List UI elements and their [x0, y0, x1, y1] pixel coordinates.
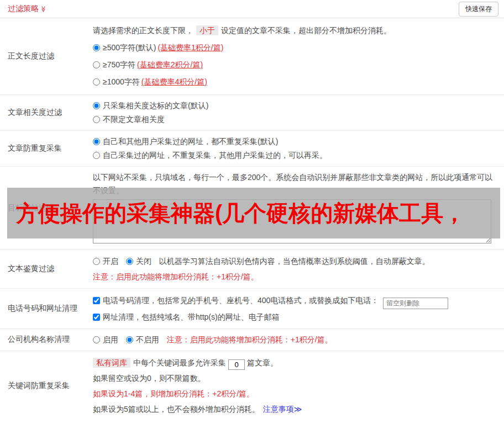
keyword-limit-mid: 中每个关键词最多允许采集 — [133, 358, 226, 367]
phone-url-clean-label: 电话号码和网址清理 — [0, 289, 93, 328]
company-off-radio[interactable] — [126, 336, 133, 343]
company-on-label: 启用 — [103, 335, 118, 344]
keyword-note-free: 如果设为5篇或以上，也不会额外增加积分消耗。 — [93, 405, 260, 414]
replacement-phone-input[interactable] — [383, 298, 448, 309]
porn-option-off[interactable]: 关闭 — [126, 257, 154, 266]
relevance-filter-label: 文章相关度过滤 — [0, 95, 93, 130]
quick-save-button[interactable]: 快速保存 — [459, 2, 498, 17]
phone-clean-option[interactable]: 电话号码清理，包括常见的手机号、座机号、400电话格式，或替换成如下电话： — [93, 296, 381, 305]
watermark-overlay: 方便操作的采集神器(几个硬核的新媒体工具， — [7, 188, 500, 239]
length-500-label: ≥500字符(默认) — [103, 43, 156, 52]
length-option-500[interactable]: ≥500字符(默认)(基础费率1积分/篇) — [93, 39, 500, 56]
url-clean-label: 网址清理，包括纯域名、带http(s)的网址、电子邮箱 — [103, 312, 280, 321]
watermark-text: 方便操作的采集神器(几个硬核的新媒体工具， — [7, 198, 465, 229]
porn-option-on[interactable]: 开启 — [93, 257, 120, 266]
row-relevance-filter: 文章相关度过滤 只采集相关度达标的文章(默认) 不限定文章相关度 — [0, 95, 504, 131]
keyword-limit-line: 私有词库中每个关键词最多允许采集篇文章。 — [93, 355, 500, 370]
phone-clean-line: 电话号码清理，包括常见的手机号、座机号、400电话格式，或替换成如下电话： — [93, 293, 500, 309]
length-500-radio[interactable] — [93, 44, 100, 51]
keyword-limit-input[interactable] — [228, 359, 245, 370]
company-clean-label: 公司机构名称清理 — [0, 329, 93, 351]
porn-filter-note: 注意：启用此功能将增加积分消耗：+1积分/篇。 — [93, 269, 500, 284]
relevance-any-label: 不限定文章相关度 — [103, 115, 165, 124]
row-keyword-dedup: 关键词防重复采集 私有词库中每个关键词最多允许采集篇文章。 如果留空或设为0，则… — [0, 351, 504, 421]
porn-filter-label: 文本鉴黄过滤 — [0, 250, 93, 288]
length-1000-radio[interactable] — [93, 78, 100, 86]
relevance-option-any[interactable]: 不限定文章相关度 — [93, 113, 500, 126]
topbar: 过滤策略 ≫ 快速保存 — [0, 0, 504, 18]
length-option-1000[interactable]: ≥1000字符(基础费率4积分/篇) — [93, 73, 500, 91]
porn-on-label: 开启 — [103, 257, 118, 266]
length-filter-intro: 请选择需求的正文长度下限，小于设定值的文章不采集，超出部分不增加积分消耗。 — [93, 22, 500, 39]
length-filter-label: 正文长度过滤 — [0, 18, 93, 94]
dedup-self-label: 自己采集过的网址，不重复采集，其他用户采集过的，可以再采。 — [103, 151, 327, 160]
keyword-note-free-line: 如果设为5篇或以上，也不会额外增加积分消耗。注意事项≫ — [93, 401, 500, 417]
dedup-option-self[interactable]: 自己采集过的网址，不重复采集，其他用户采集过的，可以再采。 — [93, 149, 500, 162]
row-company-clean: 公司机构名称清理 启用 不启用 注意：启用此功能将增加积分消耗：+1积分/篇。 — [0, 329, 504, 351]
url-clean-option[interactable]: 网址清理，包括纯域名、带http(s)的网址、电子邮箱 — [93, 312, 280, 321]
porn-off-radio[interactable] — [126, 258, 133, 265]
relevance-strict-label: 只采集相关度达标的文章(默认) — [103, 101, 208, 110]
intro-highlight: 小于 — [196, 25, 218, 35]
relevance-strict-radio[interactable] — [93, 102, 100, 109]
keyword-dedup-label: 关键词防重复采集 — [0, 351, 93, 421]
dedup-global-radio[interactable] — [93, 138, 100, 145]
row-dedup-filter: 文章防重复采集 自己和其他用户采集过的网址，都不重复采集(默认) 自己采集过的网… — [0, 131, 504, 167]
porn-off-label: 关闭 — [136, 257, 151, 266]
company-off-label: 不启用 — [136, 335, 159, 344]
keyword-limit-post: 篇文章。 — [247, 358, 278, 367]
dedup-global-label: 自己和其他用户采集过的网址，都不重复采集(默认) — [103, 137, 278, 146]
intro-pre: 请选择需求的正文长度下限， — [93, 26, 193, 35]
relevance-option-strict[interactable]: 只采集相关度达标的文章(默认) — [93, 99, 500, 113]
notice-link[interactable]: 注意事项≫ — [263, 405, 302, 414]
keyword-note-unlimited: 如果留空或设为0，则不限篇数。 — [93, 370, 500, 386]
length-750-label: ≥750字符 — [103, 60, 135, 69]
row-porn-filter: 文本鉴黄过滤 开启 关闭 以机器学习算法自动识别色情内容，当色情概率达到系统阈值… — [0, 250, 504, 289]
length-1000-fee: (基础费率4积分/篇) — [141, 77, 207, 86]
company-on-radio[interactable] — [93, 336, 100, 343]
dedup-option-global[interactable]: 自己和其他用户采集过的网址，都不重复采集(默认) — [93, 135, 500, 149]
keyword-note-cost: 如果设为1-4篇，则增加积分消耗：+2积分/篇。 — [93, 386, 500, 401]
company-clean-note: 注意：启用此功能将增加积分消耗：+1积分/篇。 — [167, 335, 333, 344]
private-lexicon-highlight: 私有词库 — [93, 358, 130, 368]
relevance-any-radio[interactable] — [93, 116, 100, 123]
row-length-filter: 正文长度过滤 请选择需求的正文长度下限，小于设定值的文章不采集，超出部分不增加积… — [0, 18, 504, 95]
length-750-fee: (基础费率2积分/篇) — [137, 60, 203, 69]
length-500-fee: (基础费率1积分/篇) — [158, 43, 223, 52]
company-option-off[interactable]: 不启用 — [126, 335, 161, 344]
length-750-radio[interactable] — [93, 61, 100, 68]
row-phone-url-clean: 电话号码和网址清理 电话号码清理，包括常见的手机号、座机号、400电话格式，或替… — [0, 289, 504, 329]
phone-clean-checkbox[interactable] — [93, 297, 100, 304]
length-option-750[interactable]: ≥750字符(基础费率2积分/篇) — [93, 56, 500, 73]
page-title[interactable]: 过滤策略 ≫ — [8, 4, 47, 14]
url-clean-line: 网址清理，包括纯域名、带http(s)的网址、电子邮箱 — [93, 309, 500, 325]
dedup-self-radio[interactable] — [93, 152, 100, 159]
porn-filter-options: 开启 关闭 以机器学习算法自动识别色情内容，当色情概率达到系统阈值，自动屏蔽文章… — [93, 253, 500, 269]
porn-on-radio[interactable] — [93, 258, 100, 265]
chevron-down-icon: ≫ — [40, 6, 46, 12]
dedup-filter-label: 文章防重复采集 — [0, 131, 93, 166]
intro-post: 设定值的文章不采集，超出部分不增加积分消耗。 — [221, 26, 391, 35]
length-1000-label: ≥1000字符 — [103, 77, 140, 86]
company-clean-options: 启用 不启用 注意：启用此功能将增加积分消耗：+1积分/篇。 — [93, 333, 500, 347]
phone-clean-label: 电话号码清理，包括常见的手机号、座机号、400电话格式，或替换成如下电话： — [103, 296, 379, 305]
page-title-text: 过滤策略 — [8, 4, 39, 14]
url-clean-checkbox[interactable] — [93, 314, 100, 321]
porn-filter-desc: 以机器学习算法自动识别色情内容，当色情概率达到系统阈值，自动屏蔽文章。 — [159, 257, 430, 266]
company-option-on[interactable]: 启用 — [93, 335, 120, 344]
